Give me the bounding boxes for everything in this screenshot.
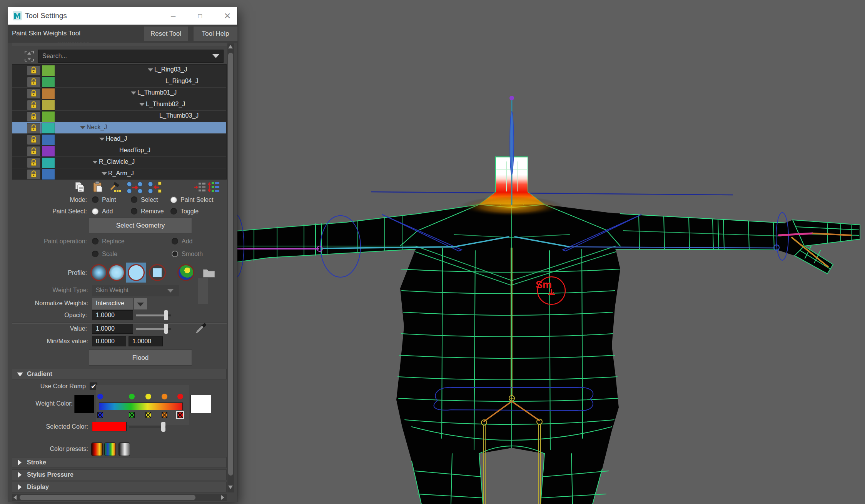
selected-color-swatch[interactable] — [92, 422, 127, 431]
brush-solid-icon[interactable] — [128, 264, 145, 281]
lock-icon[interactable] — [27, 77, 40, 87]
lock-icon[interactable] — [27, 169, 40, 180]
lock-icon[interactable] — [27, 158, 40, 168]
select-geometry-button[interactable]: Select Geometry — [89, 217, 192, 233]
opacity-field[interactable]: 1.0000 — [92, 310, 133, 320]
mode-option-paint[interactable]: Paint — [102, 196, 116, 203]
influence-row[interactable]: L_Ring04_J — [12, 76, 226, 88]
influences-section-header[interactable]: Influences — [12, 43, 227, 46]
hammer-weights-icon[interactable] — [109, 181, 121, 193]
influence-row[interactable]: Head_J — [12, 134, 226, 145]
lock-icon[interactable] — [27, 135, 40, 145]
lock-icon[interactable] — [27, 123, 40, 133]
brush-gaussian-icon[interactable] — [90, 264, 107, 281]
influence-color-swatch[interactable] — [42, 100, 55, 111]
influence-row[interactable]: HeadTop_J — [12, 145, 226, 157]
influence-row[interactable]: L_Thumb03_J — [12, 111, 226, 122]
influence-color-swatch[interactable] — [42, 146, 55, 157]
paint-select-option-add[interactable]: Add — [102, 208, 113, 215]
browse-profile-folder-icon[interactable] — [202, 267, 215, 278]
influence-color-swatch[interactable] — [42, 134, 55, 145]
paint-select-option-remove[interactable]: Remove — [141, 208, 164, 215]
flood-button[interactable]: Flood — [89, 349, 192, 366]
paint-select-option-toggle[interactable]: Toggle — [180, 208, 199, 215]
brush-image-icon[interactable] — [177, 264, 194, 281]
influence-color-swatch[interactable] — [42, 123, 55, 134]
influence-color-swatch[interactable] — [42, 169, 55, 180]
mode-radio-paint-select[interactable] — [170, 196, 177, 203]
brush-square-icon[interactable] — [149, 264, 166, 281]
reset-tool-button[interactable]: Reset Tool — [144, 27, 188, 41]
ramp-stop-delete-icon[interactable] — [145, 412, 151, 418]
gradient-section-header[interactable]: Gradient — [12, 369, 227, 379]
influence-list[interactable]: L_Ring03_J L_Ring04_J L_Thumb01_J L_Thum… — [12, 64, 227, 180]
lock-icon[interactable] — [27, 88, 40, 99]
value-field[interactable]: 1.0000 — [92, 324, 133, 334]
tool-help-button[interactable]: Tool Help — [194, 27, 237, 41]
display-section-header[interactable]: Display — [12, 482, 227, 492]
list-sort-icon[interactable] — [194, 181, 206, 193]
normalize-weights-dropdown[interactable]: Interactive — [92, 298, 133, 309]
ramp-end-color-swatch[interactable] — [190, 395, 211, 413]
influence-color-swatch[interactable] — [42, 77, 55, 88]
paint-select-radio-toggle[interactable] — [170, 208, 177, 215]
mode-option-select[interactable]: Select — [141, 196, 158, 203]
lock-icon[interactable] — [27, 100, 40, 110]
ramp-stop-delete-icon[interactable] — [162, 412, 167, 418]
influence-color-swatch[interactable] — [42, 111, 55, 122]
ramp-stop-delete-icon[interactable] — [129, 412, 135, 418]
ramp-stop-delete-icon-selected[interactable] — [177, 412, 183, 418]
minimize-button[interactable]: – — [168, 11, 178, 21]
maximize-button[interactable]: □ — [195, 11, 205, 21]
mode-radio-select[interactable] — [131, 196, 137, 203]
eyedropper-icon[interactable] — [194, 322, 207, 335]
normalize-dropdown-arrow[interactable] — [134, 298, 147, 309]
ramp-stop-handle[interactable] — [129, 394, 135, 399]
opacity-slider[interactable] — [136, 310, 171, 320]
lock-icon[interactable] — [27, 146, 40, 156]
tool-settings-window[interactable]: Tool Settings – □ ✕ Paint Skin Weights T… — [8, 7, 237, 502]
color-ramp-gradient-bar[interactable] — [99, 403, 183, 410]
value-slider[interactable] — [136, 324, 171, 334]
lock-icon[interactable] — [27, 111, 40, 122]
move-influence-target-icon[interactable] — [147, 181, 163, 193]
ramp-stop-handle[interactable] — [145, 394, 151, 399]
ramp-stop-handle[interactable] — [97, 394, 103, 399]
paint-select-radio-remove[interactable] — [131, 208, 137, 215]
ramp-stop-handle[interactable] — [177, 394, 183, 399]
ramp-stop-delete-icon[interactable] — [97, 412, 103, 418]
list-colored-icon[interactable] — [208, 181, 220, 193]
vertical-scrollbar[interactable] — [227, 43, 234, 492]
horizontal-scroll-thumb[interactable] — [20, 495, 195, 500]
influence-row[interactable]: L_Thumb01_J — [12, 88, 226, 99]
mode-option-paint-select[interactable]: Paint Select — [180, 196, 213, 203]
influence-row[interactable]: L_Ring03_J — [12, 65, 226, 76]
influence-row-selected[interactable]: Neck_J — [12, 122, 226, 134]
selected-color-slider[interactable] — [129, 422, 166, 432]
influence-search-input[interactable]: Search... — [38, 50, 224, 63]
influence-row[interactable]: R_Arm_J — [12, 168, 226, 180]
influence-row[interactable]: L_Thumb02_J — [12, 99, 226, 111]
lock-icon[interactable] — [27, 65, 40, 76]
influence-color-swatch[interactable] — [42, 88, 55, 99]
paste-weights-icon[interactable] — [92, 181, 104, 193]
preset-fire-gradient[interactable] — [91, 442, 103, 456]
influence-color-swatch[interactable] — [42, 65, 55, 76]
weight-color-swatch[interactable] — [74, 395, 94, 413]
influence-color-swatch[interactable] — [42, 157, 55, 168]
max-value-field[interactable]: 1.0000 — [129, 336, 163, 346]
move-influence-icon[interactable] — [126, 181, 144, 193]
title-bar[interactable]: Tool Settings – □ ✕ — [8, 7, 237, 25]
close-button[interactable]: ✕ — [222, 11, 232, 21]
preset-rainbow-gradient[interactable] — [104, 442, 116, 456]
stylus-pressure-section-header[interactable]: Stylus Pressure — [12, 469, 227, 480]
ramp-stop-handle[interactable] — [162, 394, 167, 399]
influence-row[interactable]: R_Clavicle_J — [12, 157, 226, 168]
sort-influences-icon[interactable] — [23, 50, 35, 63]
min-value-field[interactable]: 0.0000 — [92, 336, 126, 346]
search-dropdown-icon[interactable] — [212, 54, 219, 58]
vertical-scroll-thumb[interactable] — [228, 53, 233, 476]
brush-soft-icon[interactable] — [108, 264, 125, 281]
copy-weights-icon[interactable] — [74, 181, 86, 193]
stroke-section-header[interactable]: Stroke — [12, 457, 227, 468]
